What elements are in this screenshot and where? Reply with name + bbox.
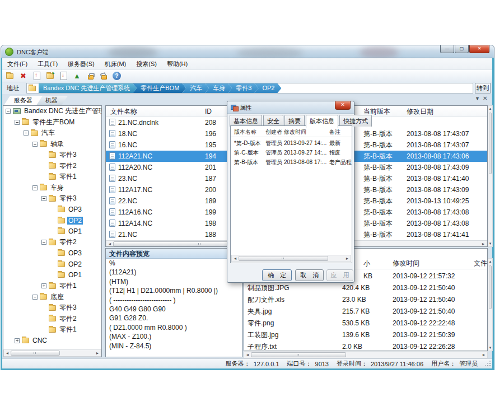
go-button[interactable]: 转到 <box>475 83 491 94</box>
attachment-row[interactable]: 工装图.jpg139.6 KB2013-09-12 21:50:39 <box>244 329 487 341</box>
tree-item[interactable]: 零件生产BOM <box>3 117 101 128</box>
column-header-version-name[interactable]: 版本名称 <box>234 128 256 137</box>
collapse-icon[interactable] <box>32 185 38 190</box>
column-header-modified[interactable]: 修改时间 <box>284 128 306 137</box>
tree-item[interactable]: 零件1 <box>3 171 101 183</box>
tree-item[interactable]: 轴承 <box>3 139 101 150</box>
collapse-icon[interactable] <box>32 295 38 300</box>
breadcrumb-op2[interactable]: OP2 <box>254 83 281 93</box>
menu-search[interactable]: 搜索(S) <box>131 58 162 70</box>
tree-item[interactable]: 汽车 <box>3 128 101 139</box>
column-header-time[interactable]: 修改时间 <box>393 258 419 269</box>
tree-item[interactable]: 零件3 <box>3 302 101 314</box>
tree-item[interactable]: OP1 <box>3 270 101 281</box>
file-icon <box>109 119 115 126</box>
breadcrumb-body[interactable]: 车身 <box>205 83 232 93</box>
unlock-icon[interactable] <box>99 71 109 81</box>
breadcrumb-part3[interactable]: 零件3 <box>228 83 258 93</box>
address-field[interactable]: Bandex DNC 先进生产管理系统 零件生产BOM 汽车 车身 零件3 OP… <box>26 83 473 94</box>
tree-item-selected[interactable]: OP2 <box>3 215 101 226</box>
tree-item[interactable]: OP1 <box>3 226 101 237</box>
cancel-button[interactable]: 取 消 <box>295 269 324 281</box>
chevron-down-icon[interactable]: ▼ <box>475 96 480 101</box>
ok-button[interactable]: 确 定 <box>262 269 292 281</box>
version-row[interactable]: 第-B-版本管理员2013-08-08 17:...老产品程序 <box>231 157 352 167</box>
tree-item[interactable]: 零件2 <box>3 237 101 248</box>
tree-item[interactable]: OP3 <box>3 248 101 259</box>
tab-summary[interactable]: 摘要 <box>284 115 305 127</box>
attachment-row[interactable]: 零件.png530.5 KB2013-09-12 22:22:48 <box>244 318 487 329</box>
menu-tools[interactable]: 工具(T) <box>32 58 63 70</box>
attachment-row[interactable]: 配刀文件.xls23.0 KB2013-09-12 21:50:40 <box>244 294 487 306</box>
attachment-row[interactable]: 制品顶图.JPG420.4 KB2013-09-12 21:50:40 <box>244 282 487 294</box>
file-name: 18.NC <box>118 128 137 139</box>
menu-file[interactable]: 文件(F) <box>2 58 32 70</box>
attachment-vertical-scrollbar[interactable]: ▲ ▼ <box>488 258 493 351</box>
tab-shortcut[interactable]: 快捷方式 <box>339 115 372 127</box>
close-button[interactable]: ✕ <box>469 45 489 53</box>
collapse-icon[interactable] <box>41 196 46 201</box>
collapse-icon[interactable] <box>15 120 20 125</box>
tree-item[interactable]: 零件1 <box>3 281 101 292</box>
tree-item[interactable]: 零件2 <box>3 161 101 172</box>
attachment-time: 2013-09-12 21:50:40 <box>393 306 455 318</box>
collapse-icon[interactable] <box>41 240 46 245</box>
column-header-size[interactable]: 小 <box>363 258 370 269</box>
breadcrumb-root[interactable]: Bandex DNC 先进生产管理系统 <box>39 83 137 93</box>
collapse-icon[interactable] <box>32 142 38 147</box>
help-icon[interactable]: ? <box>113 72 121 80</box>
tree-item[interactable]: 零件2 <box>3 314 101 325</box>
tree-item[interactable]: 车身 <box>3 183 101 194</box>
expand-icon[interactable] <box>41 283 46 288</box>
column-header-name[interactable]: 文件名称 <box>110 106 137 117</box>
tab-server[interactable]: 服务器 <box>4 96 43 105</box>
tree-item[interactable]: OP3 <box>3 204 101 216</box>
breadcrumb-bom[interactable]: 零件生产BOM <box>133 83 186 93</box>
maximize-button[interactable]: ▢ <box>455 45 469 53</box>
up-arrow-icon[interactable] <box>72 71 82 81</box>
apply-button[interactable]: 应 用 <box>326 269 353 281</box>
column-header-file[interactable]: 文件(& <box>474 258 488 269</box>
breadcrumb-auto[interactable]: 汽车 <box>182 83 209 93</box>
tab-security[interactable]: 安全 <box>263 115 283 127</box>
tree-horizontal-scrollbar[interactable]: ◄► <box>3 349 101 357</box>
menu-help[interactable]: 帮助(H) <box>162 58 193 70</box>
resize-grip[interactable] <box>486 361 491 367</box>
collapse-icon[interactable] <box>6 109 11 114</box>
tree-item[interactable]: 零件3 <box>3 193 101 204</box>
version-row[interactable]: *第-D-版本管理员2013-09-27 14:...最新 <box>231 138 352 148</box>
column-header-id[interactable]: ID <box>205 106 212 117</box>
tab-version-info[interactable]: 版本信息 <box>306 115 338 128</box>
export-folder-icon[interactable] <box>45 71 55 81</box>
file-list-vertical-scrollbar[interactable]: ▲ ▼ <box>488 105 493 247</box>
tree-item[interactable]: CNC <box>3 335 101 347</box>
dialog-horizontal-scrollbar[interactable]: ◄► <box>231 255 351 262</box>
tree-item-label: 轴承 <box>49 139 65 149</box>
minimize-button[interactable]: — <box>440 45 454 53</box>
tree-item[interactable]: 零件3 <box>3 150 101 161</box>
column-header-creator[interactable]: 创建者 <box>265 128 282 137</box>
tree-item[interactable]: OP2 <box>3 259 101 270</box>
version-row[interactable]: 第-C-版本管理员2013-09-27 14:...报废 <box>231 148 352 157</box>
column-header-remark[interactable]: 备注 <box>329 128 340 137</box>
menu-server[interactable]: 服务器(S) <box>63 58 100 70</box>
tree-item[interactable]: Bandex DNC 先进生产管理系统 <box>3 106 101 117</box>
menu-machine[interactable]: 机床(M) <box>100 58 132 70</box>
expand-icon[interactable] <box>15 338 20 343</box>
delete-icon[interactable] <box>18 71 28 81</box>
file-version: 第-B-版本 <box>363 207 393 218</box>
dialog-close-button[interactable]: ✕ <box>335 101 351 110</box>
attachment-row[interactable]: 子程序.txt2.0 KB2013-09-12 22:26:28 <box>244 341 487 351</box>
tree-item[interactable]: 底座 <box>3 292 101 303</box>
lock-icon[interactable] <box>86 71 95 81</box>
upload-file-icon[interactable] <box>32 71 41 81</box>
attachment-horizontal-scrollbar[interactable]: ◄► <box>244 351 488 358</box>
attachment-row[interactable]: 夹具.jpg215.7 KB2013-09-12 21:50:40 <box>244 306 487 318</box>
tab-basic-info[interactable]: 基本信息 <box>230 115 262 127</box>
column-header-date[interactable]: 修改日期 <box>407 106 433 117</box>
folder-icon[interactable] <box>5 71 15 81</box>
tree-item[interactable]: 零件1 <box>3 324 101 335</box>
panel-close-icon[interactable]: ✕ <box>483 95 487 101</box>
collapse-icon[interactable] <box>24 130 29 136</box>
download-file-icon[interactable] <box>59 71 68 81</box>
